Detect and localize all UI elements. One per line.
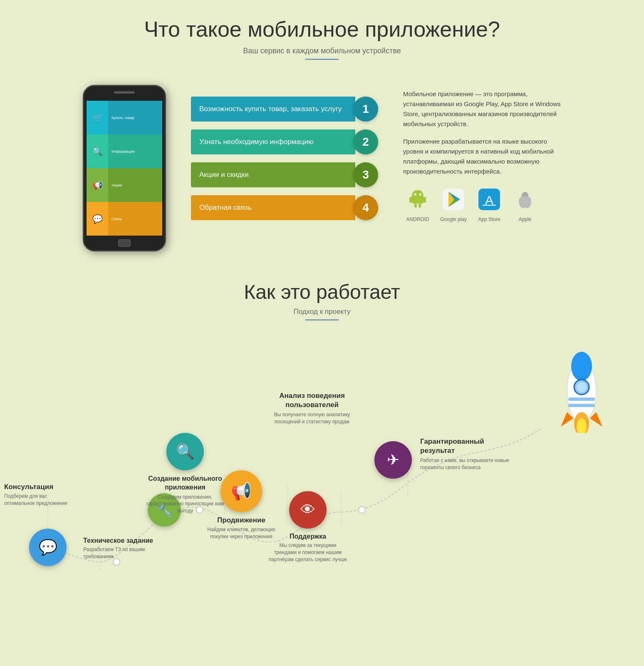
svg-rect-7 xyxy=(419,204,421,208)
main-title: Что такое мобильное приложение? xyxy=(33,17,611,42)
support-circle: 👁 xyxy=(289,491,327,529)
analytics-title: Анализ поведения пользователей xyxy=(270,391,354,410)
subtitle: Ваш сервис в каждом мобильном устройстве xyxy=(33,47,611,55)
section2: Как это работает Подход к проекту xyxy=(0,264,644,321)
section2-divider xyxy=(305,319,339,321)
features-wrapper: Возможность купить товар, заказать услуг… xyxy=(191,93,378,225)
section2-title: Как это работает xyxy=(33,281,611,303)
svg-rect-6 xyxy=(414,204,417,208)
promotion-title: Продвижение xyxy=(204,516,279,524)
svg-point-31 xyxy=(577,382,587,392)
consultation-title: Консультация xyxy=(4,483,75,491)
google-play-icon xyxy=(439,185,468,214)
feature-bar-1: Возможность купить товар, заказать услуг… xyxy=(191,93,378,124)
phone-content: Купить товар Информация Акции Связь xyxy=(108,101,162,236)
node-consultation: 💬 xyxy=(29,529,67,566)
apple-icon xyxy=(510,185,540,214)
techspec-desc: Разработаем ТЗ по вашим требованиям xyxy=(83,546,162,560)
promotion-circle: 📢 xyxy=(220,470,262,512)
phone: 🛒 🔍 📢 💬 Купить товар Информация Акции Св… xyxy=(83,85,166,251)
android-store: ANDROID xyxy=(403,185,432,222)
google-play-label: Google play xyxy=(440,216,467,222)
feature-text-2: Узнать необходимую информацию xyxy=(191,129,355,154)
feature-text-4: Обратная связь xyxy=(191,195,355,220)
feature-bar-2: Узнать необходимую информацию 2 xyxy=(191,126,378,157)
phone-sidebar: 🛒 🔍 📢 💬 xyxy=(87,101,108,236)
node-promotion: 📢 Продвижение Найдем клиентов, делающих … xyxy=(204,470,279,540)
promotion-desc: Найдем клиентов, делающих покупки через … xyxy=(204,526,279,540)
app-store: A App Store xyxy=(475,185,504,222)
feature-number-2: 2 xyxy=(353,129,378,154)
analytics-label: Анализ поведения пользователей Вы получа… xyxy=(270,391,354,425)
sidebar-search: 🔍 xyxy=(87,134,108,168)
svg-point-1 xyxy=(414,194,416,196)
feature-number-1: 1 xyxy=(353,97,378,122)
store-icons: ANDROID Google play xyxy=(403,185,561,222)
android-label: ANDROID xyxy=(406,216,429,222)
consultation-label: Консультация Подберем для вас оптимально… xyxy=(4,483,75,507)
node-result: ✈ xyxy=(374,441,412,479)
result-label: Гарантированный результат Работая с нами… xyxy=(420,437,512,471)
sidebar-promo: 📢 xyxy=(87,168,108,202)
phone-item1: Купить товар xyxy=(108,101,162,134)
phone-screen: 🛒 🔍 📢 💬 Купить товар Информация Акции Св… xyxy=(87,101,162,236)
svg-rect-37 xyxy=(568,404,595,407)
consultation-circle: 💬 xyxy=(29,529,67,566)
creation-circle: 🔍 xyxy=(166,433,204,470)
svg-rect-3 xyxy=(412,196,424,204)
consultation-desc: Подберем для вас оптимальное предложение xyxy=(4,493,75,507)
phone-home-button xyxy=(118,239,131,247)
svg-point-20 xyxy=(359,507,365,513)
analytics-desc: Вы получаете полную аналитику посещений … xyxy=(270,411,354,425)
feature-number-3: 3 xyxy=(353,162,378,187)
support-label: Поддержка Мы следим за текущими трендами… xyxy=(268,533,347,563)
svg-rect-4 xyxy=(409,197,412,203)
sidebar-cart: 🛒 xyxy=(87,101,108,134)
phone-wrapper: 🛒 🔍 📢 💬 Купить товар Информация Акции Св… xyxy=(83,85,166,251)
result-title: Гарантированный результат xyxy=(420,437,512,455)
app-store-icon: A xyxy=(475,185,504,214)
right-text: Мобильное приложение — это программа, ус… xyxy=(403,89,561,222)
result-circle: ✈ xyxy=(374,441,412,479)
svg-rect-5 xyxy=(423,197,426,203)
support-desc: Мы следим за текущими трендами и помогае… xyxy=(268,542,347,563)
app-store-label: App Store xyxy=(478,216,500,222)
promotion-label: Продвижение Найдем клиентов, делающих по… xyxy=(204,516,279,540)
feature-bar-3: Акции и скидки 3 xyxy=(191,159,378,190)
phone-item4: Связь xyxy=(108,202,162,236)
svg-point-2 xyxy=(419,194,421,196)
section2-subtitle: Подход к проекту xyxy=(33,308,611,316)
apple-label: Apple xyxy=(519,216,532,222)
feature-number-4: 4 xyxy=(353,195,378,220)
svg-rect-36 xyxy=(568,398,595,401)
techspec-label: Техническое задание Разработаем ТЗ по ва… xyxy=(83,537,162,560)
support-title: Поддержка xyxy=(268,533,347,540)
feature-text-3: Акции и скидки xyxy=(191,162,355,187)
apple-store: Apple xyxy=(510,185,540,222)
node-support: 👁 Поддержка Мы следим за текущими тренда… xyxy=(268,491,347,563)
techspec-title: Техническое задание xyxy=(83,537,162,544)
phone-item2: Информация xyxy=(108,134,162,168)
sidebar-feedback: 💬 xyxy=(87,202,108,236)
rocket-icon xyxy=(544,350,619,435)
description2: Приложение разрабатывается на языке высо… xyxy=(403,137,561,176)
description1: Мобильное приложение — это программа, ус… xyxy=(403,89,561,129)
section1: Что такое мобильное приложение? Ваш серв… xyxy=(0,0,644,85)
divider xyxy=(305,59,339,60)
feature-bar-4: Обратная связь 4 xyxy=(191,192,378,223)
feature-text-1: Возможность купить товар, заказать услуг… xyxy=(191,97,355,122)
phone-speaker xyxy=(114,91,135,94)
result-desc: Работая с нами, вы открываете новые гори… xyxy=(420,457,512,471)
android-icon xyxy=(403,185,432,214)
phone-item3: Акции xyxy=(108,168,162,202)
google-play-store: Google play xyxy=(439,185,468,222)
content-row: 🛒 🔍 📢 💬 Купить товар Информация Акции Св… xyxy=(0,85,644,251)
workflow-container: 💬 Консультация Подберем для вас оптималь… xyxy=(0,337,644,608)
svg-point-29 xyxy=(571,352,592,381)
